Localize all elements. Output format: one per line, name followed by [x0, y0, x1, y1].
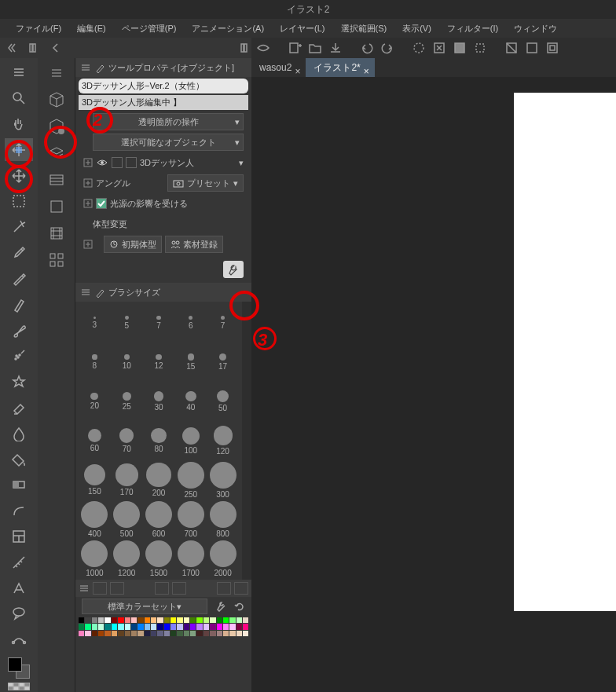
- menu-layer[interactable]: レイヤー(L): [272, 19, 332, 38]
- color-swatch[interactable]: [196, 617, 202, 623]
- color-swatch[interactable]: [196, 631, 202, 636]
- brush-size-cell[interactable]: 7: [207, 303, 239, 342]
- color-refresh-icon[interactable]: [231, 598, 248, 615]
- brush-size-cell[interactable]: 7: [143, 303, 175, 342]
- expand-icon[interactable]: [83, 199, 93, 208]
- brush-size-cell[interactable]: 50: [207, 382, 239, 421]
- lock-checkbox[interactable]: [112, 157, 123, 168]
- brush-size-cell[interactable]: 70: [111, 421, 143, 460]
- marquee-tool[interactable]: [5, 190, 33, 213]
- color-swatch[interactable]: [85, 631, 90, 636]
- color-swatch[interactable]: [98, 617, 104, 623]
- brush-tool[interactable]: [5, 319, 33, 342]
- color-swatch[interactable]: [125, 624, 130, 629]
- color-swatch[interactable]: [145, 631, 150, 636]
- color-swatch[interactable]: [131, 624, 137, 629]
- operation-tool[interactable]: [5, 138, 33, 161]
- color-wrench-icon[interactable]: [212, 598, 229, 615]
- open-folder-icon[interactable]: [306, 39, 324, 57]
- color-swatch[interactable]: [131, 631, 137, 636]
- menu-selection[interactable]: 選択範囲(S): [333, 19, 395, 38]
- brush-size-cell[interactable]: 400: [79, 500, 111, 539]
- color-swatch[interactable]: [190, 624, 196, 629]
- pen-tool[interactable]: [5, 268, 33, 291]
- foreground-color[interactable]: [8, 657, 22, 672]
- brush-size-cell[interactable]: 150: [79, 460, 111, 500]
- brush-size-cell[interactable]: 2000: [207, 539, 239, 578]
- brush-size-cell[interactable]: 20: [79, 382, 111, 421]
- save-icon[interactable]: [327, 39, 344, 57]
- color-swatch[interactable]: [138, 631, 143, 636]
- color-swatch[interactable]: [157, 631, 163, 636]
- color-swatch[interactable]: [85, 624, 90, 629]
- color-swatch[interactable]: [164, 631, 170, 636]
- brush-size-cell[interactable]: 1000: [79, 539, 111, 578]
- color-swatch[interactable]: [184, 624, 189, 629]
- close-icon[interactable]: ×: [295, 62, 302, 70]
- balloon-tool[interactable]: [5, 602, 33, 625]
- color-mode-5[interactable]: [217, 582, 231, 595]
- brush-size-cell[interactable]: 17: [207, 342, 239, 382]
- selectable-object-dropdown[interactable]: 選択可能なオブジェクト ▾: [93, 134, 244, 151]
- expand-icon[interactable]: [83, 178, 93, 188]
- eye-icon[interactable]: [96, 156, 108, 169]
- color-swatch[interactable]: [190, 617, 196, 623]
- brush-size-cell[interactable]: 60: [79, 421, 111, 460]
- color-swatch[interactable]: [164, 624, 170, 629]
- color-swatch[interactable]: [190, 631, 196, 636]
- pencil-tool[interactable]: [5, 293, 33, 316]
- figure-tool[interactable]: [5, 500, 33, 522]
- menu-file[interactable]: ファイル(F): [8, 19, 69, 38]
- canvas[interactable]: [251, 77, 616, 692]
- brush-size-cell[interactable]: 15: [174, 342, 207, 382]
- color-swatch[interactable]: [112, 624, 117, 629]
- color-swatch[interactable]: [138, 617, 143, 623]
- subtool-layer-icon[interactable]: [42, 141, 71, 165]
- dock-icon[interactable]: [25, 39, 42, 57]
- color-swatch[interactable]: [170, 631, 176, 636]
- color-swatch[interactable]: [217, 617, 222, 623]
- brush-size-cell[interactable]: 1200: [111, 539, 143, 578]
- menu-icon[interactable]: [80, 62, 91, 73]
- color-swatch[interactable]: [104, 617, 110, 623]
- brush-size-cell[interactable]: 800: [207, 500, 239, 539]
- color-swatch[interactable]: [223, 617, 229, 623]
- color-swatch[interactable]: [236, 624, 242, 629]
- brush-size-cell[interactable]: 250: [174, 460, 207, 500]
- document-tab[interactable]: イラスト2* ×: [306, 58, 374, 77]
- color-set-dropdown[interactable]: 標準カラーセット ▾: [82, 599, 207, 614]
- brush-size-cell[interactable]: 500: [111, 500, 143, 539]
- visible-checkbox[interactable]: [126, 157, 137, 168]
- move-layer-tool[interactable]: [5, 164, 33, 187]
- color-swatch[interactable]: [104, 624, 110, 629]
- color-swatch[interactable]: [177, 617, 182, 623]
- undo-icon[interactable]: [358, 39, 376, 57]
- color-mode-2[interactable]: [110, 582, 124, 595]
- subtool-menu-icon[interactable]: [42, 61, 71, 85]
- color-swatch[interactable]: [118, 624, 123, 629]
- color-swatch[interactable]: [217, 624, 222, 629]
- preset-button[interactable]: プリセット ▾: [167, 174, 244, 192]
- color-swatch[interactable]: [85, 617, 90, 623]
- text-tool[interactable]: [5, 577, 33, 599]
- color-swatch[interactable]: [131, 617, 137, 623]
- color-swatch[interactable]: [118, 617, 123, 623]
- color-swatch[interactable]: [125, 631, 130, 636]
- airbrush-tool[interactable]: [5, 345, 33, 368]
- menu-edit[interactable]: 編集(E): [69, 19, 114, 38]
- brush-size-cell[interactable]: 40: [174, 382, 207, 421]
- color-swatch[interactable]: [98, 631, 104, 636]
- color-swatch[interactable]: [157, 617, 163, 623]
- color-swatch[interactable]: [210, 624, 215, 629]
- brush-size-cell[interactable]: 5: [111, 303, 143, 342]
- color-swatch[interactable]: [217, 631, 222, 636]
- color-swatch[interactable]: [177, 631, 182, 636]
- color-swatch[interactable]: [112, 617, 117, 623]
- color-swatch[interactable]: [79, 624, 84, 629]
- color-swatch[interactable]: [229, 617, 235, 623]
- brush-size-cell[interactable]: 600: [143, 500, 175, 539]
- brush-size-cell[interactable]: 25: [111, 382, 143, 421]
- color-swatch[interactable]: [204, 617, 209, 623]
- brush-size-cell[interactable]: 100: [174, 421, 207, 460]
- menu-view[interactable]: 表示(V): [394, 19, 439, 38]
